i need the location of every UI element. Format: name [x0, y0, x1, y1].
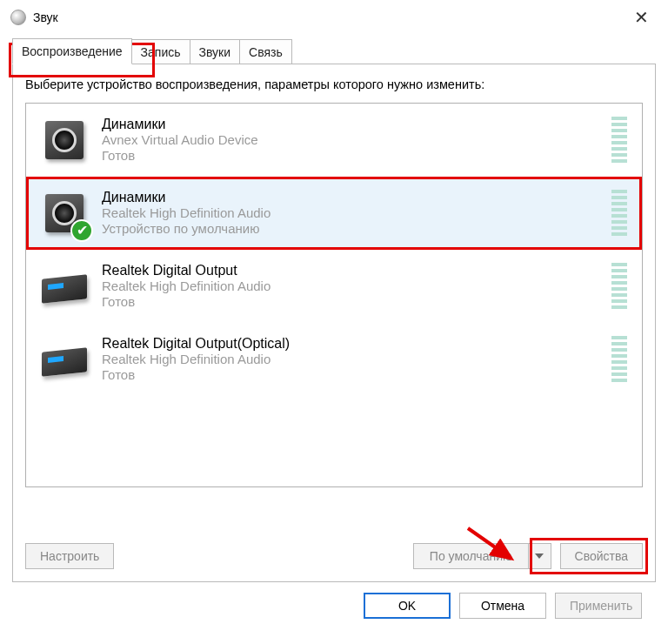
device-status: Готов: [102, 367, 599, 382]
device-name: Realtek Digital Output: [102, 263, 599, 278]
device-row[interactable]: Realtek Digital Output(Optical) Realtek …: [26, 323, 642, 396]
device-status: Готов: [102, 148, 599, 163]
cancel-button[interactable]: Отмена: [459, 593, 546, 619]
device-name: Динамики: [102, 190, 599, 205]
device-row[interactable]: Realtek Digital Output Realtek High Defi…: [26, 250, 642, 323]
level-meter: [611, 336, 627, 382]
level-meter: [611, 263, 627, 309]
properties-button[interactable]: Свойства: [560, 543, 643, 569]
tab-sounds[interactable]: Звуки: [190, 39, 241, 64]
digital-output-icon: [39, 334, 90, 385]
dialog-footer: OK Отмена Применить: [12, 582, 656, 619]
device-row[interactable]: Динамики Avnex Virtual Audio Device Гото…: [26, 104, 642, 177]
sound-dialog: Звук ✕ Воспроизведение Запись Звуки Связ…: [0, 0, 668, 644]
level-meter: [611, 190, 627, 236]
set-default-split-button[interactable]: По умолчанию: [413, 543, 551, 569]
digital-output-icon: [39, 261, 90, 312]
speaker-icon: [39, 115, 90, 165]
apply-button[interactable]: Применить: [555, 593, 642, 619]
device-status: Устройство по умолчанию: [102, 221, 599, 236]
device-driver: Avnex Virtual Audio Device: [102, 132, 599, 149]
set-default-button[interactable]: По умолчанию: [413, 543, 529, 569]
playback-panel: Выберите устройство воспроизведения, пар…: [12, 64, 656, 582]
set-default-dropdown[interactable]: [529, 543, 551, 569]
device-name: Динамики: [102, 117, 599, 132]
tab-playback[interactable]: Воспроизведение: [12, 38, 132, 64]
device-name: Realtek Digital Output(Optical): [102, 336, 599, 352]
device-list[interactable]: Динамики Avnex Virtual Audio Device Гото…: [25, 103, 643, 487]
speaker-icon: ✔: [39, 188, 90, 238]
configure-button[interactable]: Настроить: [25, 543, 114, 569]
device-driver: Realtek High Definition Audio: [102, 205, 599, 222]
level-meter: [611, 117, 627, 163]
device-driver: Realtek High Definition Audio: [102, 278, 599, 295]
device-row[interactable]: ✔ Динамики Realtek High Definition Audio…: [26, 177, 642, 250]
chevron-down-icon: [535, 553, 544, 559]
tab-recording[interactable]: Запись: [131, 39, 190, 64]
tabs: Воспроизведение Запись Звуки Связь: [12, 38, 656, 64]
default-check-icon: ✔: [70, 219, 93, 242]
ok-button[interactable]: OK: [364, 593, 451, 619]
panel-buttons: Настроить По умолчанию Свойства: [25, 543, 643, 569]
window-title: Звук: [33, 10, 58, 24]
device-driver: Realtek High Definition Audio: [102, 352, 599, 368]
panel-prompt: Выберите устройство воспроизведения, пар…: [25, 77, 643, 94]
tab-communications[interactable]: Связь: [239, 39, 292, 64]
sound-icon: [10, 10, 26, 25]
titlebar: Звук ✕: [0, 0, 668, 35]
device-status: Готов: [102, 294, 599, 309]
close-button[interactable]: ✕: [625, 3, 658, 31]
